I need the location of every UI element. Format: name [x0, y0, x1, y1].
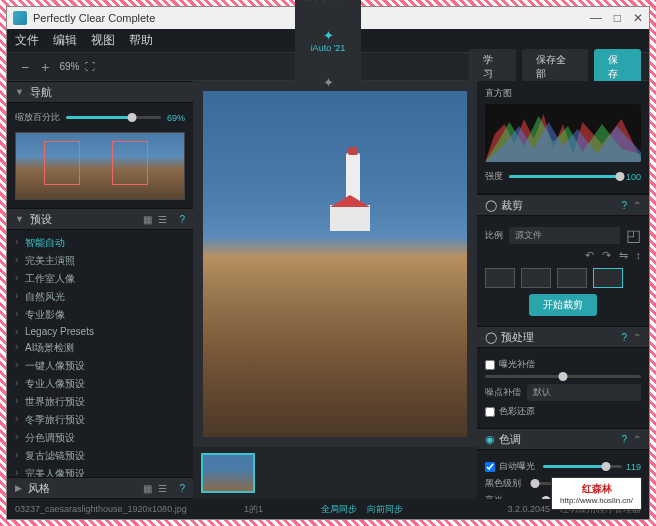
status-filename: 03237_caesaraslighthouse_1920x1080.jpg [15, 504, 187, 514]
intensity-label: 强度 [485, 170, 503, 183]
chevron-down-icon: ▼ [15, 214, 24, 224]
zoom-value[interactable]: 69% [59, 61, 79, 72]
preset-item[interactable]: 专业影像 [7, 306, 193, 324]
intensity-value: 100 [626, 172, 641, 182]
histogram-label: 直方图 [485, 87, 641, 100]
grid-option-2[interactable] [521, 268, 551, 288]
preset-item[interactable]: 完美人像预设 [7, 465, 193, 477]
grid-option-4[interactable] [593, 268, 623, 288]
minimize-button[interactable]: — [590, 11, 602, 25]
preset-item[interactable]: 一键人像预设 [7, 357, 193, 375]
crop-panel-header[interactable]: ◯裁剪 ?⌃ [477, 194, 649, 216]
help-icon[interactable]: ? [179, 214, 185, 225]
nav-panel-header[interactable]: ▼ 导航 [7, 81, 193, 103]
help-icon[interactable]: ? [621, 200, 627, 211]
help-icon[interactable]: ? [621, 434, 627, 445]
rotate-cw-icon[interactable]: ↷ [602, 249, 611, 262]
intensity-slider[interactable] [509, 175, 620, 178]
menu-view[interactable]: 视图 [91, 32, 115, 49]
status-version: 3.2.0.2045 [507, 504, 550, 514]
preset-dropdown[interactable]: 智能自动 [295, 0, 361, 6]
noise-select[interactable]: 默认 [527, 384, 641, 401]
preprocess-panel-header[interactable]: ◯预处理 ?⌃ [477, 326, 649, 348]
preset-item[interactable]: 完美主演照 [7, 252, 193, 270]
sync-global[interactable]: 全局同步 [321, 503, 357, 516]
histogram [485, 104, 641, 162]
preset-item[interactable]: 智能自动 [7, 234, 193, 252]
color-restore-check[interactable] [485, 407, 495, 417]
save-button[interactable]: 保存 [594, 49, 641, 85]
scale-label: 缩放百分比 [15, 111, 60, 124]
scale-value: 69% [167, 113, 185, 123]
ratio-select[interactable]: 源文件 [509, 227, 620, 244]
preset-list: 智能自动完美主演照工作室人像自然风光专业影像Legacy PresetsAI场景… [7, 230, 193, 477]
chevron-up-icon[interactable]: ⌃ [633, 200, 641, 211]
app-title: Perfectly Clear Complete [33, 12, 155, 24]
preset-item[interactable]: 自然风光 [7, 288, 193, 306]
preset-item[interactable]: AI场景检测 [7, 339, 193, 357]
chevron-down-icon: ▼ [15, 87, 24, 97]
flip-h-icon[interactable]: ⇋ [619, 249, 628, 262]
chevron-up-icon[interactable]: ⌃ [633, 434, 641, 445]
help-icon[interactable]: ? [621, 332, 627, 343]
preset-item[interactable]: 世界旅行预设 [7, 393, 193, 411]
navigator-thumbnail[interactable] [15, 132, 185, 200]
flip-v-icon[interactable]: ↕ [636, 249, 642, 262]
preset-item[interactable]: Legacy Presets [7, 324, 193, 339]
grid-option-1[interactable] [485, 268, 515, 288]
toolbar: − + 69% ⛶ 智能自动 ✦iAuto '21 ✦iAuto Asia ▭S… [7, 53, 649, 81]
maximize-button[interactable]: □ [614, 11, 621, 25]
auto-exposure-check[interactable] [485, 462, 495, 472]
start-crop-button[interactable]: 开始裁剪 [529, 294, 597, 316]
chevron-up-icon[interactable]: ⌃ [633, 332, 641, 343]
preset-item[interactable]: 冬季旅行预设 [7, 411, 193, 429]
list-view-icon[interactable]: ☰ [158, 214, 167, 225]
thumbnail[interactable] [201, 453, 255, 493]
close-button[interactable]: ✕ [633, 11, 643, 25]
zoom-out-button[interactable]: − [15, 59, 35, 75]
help-icon[interactable]: ? [179, 483, 185, 494]
menu-help[interactable]: 帮助 [129, 32, 153, 49]
image-content [330, 205, 370, 231]
watermark: 红森林 http://www.hoslin.cn/ [551, 477, 642, 510]
filmstrip [193, 447, 477, 499]
app-icon [13, 11, 27, 25]
exposure-check[interactable] [485, 360, 495, 370]
preset-item[interactable]: 专业人像预设 [7, 375, 193, 393]
grid-view-icon[interactable]: ▦ [143, 483, 152, 494]
sync-forward[interactable]: 向前同步 [367, 503, 403, 516]
mode-iauto21[interactable]: ✦iAuto '21 [311, 28, 346, 53]
grid-view-icon[interactable]: ▦ [143, 214, 152, 225]
scale-slider[interactable] [66, 116, 161, 119]
preset-item[interactable]: 复古滤镜预设 [7, 447, 193, 465]
chevron-right-icon: ▶ [15, 483, 22, 493]
expand-icon[interactable]: ⛶ [79, 61, 101, 72]
auto-exposure-slider[interactable] [543, 465, 622, 468]
preset-item[interactable]: 分色调预设 [7, 429, 193, 447]
tone-panel-header[interactable]: ◉色调 ?⌃ [477, 428, 649, 450]
rotate-ccw-icon[interactable]: ↶ [585, 249, 594, 262]
crop-icon[interactable]: ◰ [626, 226, 641, 245]
style-panel-header[interactable]: ▶ 风格 ▦ ☰ ? [7, 477, 193, 499]
list-view-icon[interactable]: ☰ [158, 483, 167, 494]
menu-edit[interactable]: 编辑 [53, 32, 77, 49]
learn-button[interactable]: 学习 [469, 49, 516, 85]
image-content [346, 153, 360, 201]
status-page: 1的1 [244, 503, 263, 516]
menu-file[interactable]: 文件 [15, 32, 39, 49]
save-all-button[interactable]: 保存全部 [522, 49, 588, 85]
grid-option-3[interactable] [557, 268, 587, 288]
preset-item[interactable]: 工作室人像 [7, 270, 193, 288]
zoom-in-button[interactable]: + [35, 59, 55, 75]
main-image-viewport[interactable] [203, 91, 467, 437]
presets-panel-header[interactable]: ▼ 预设 ▦ ☰ ? [7, 208, 193, 230]
exposure-slider[interactable] [485, 375, 641, 378]
